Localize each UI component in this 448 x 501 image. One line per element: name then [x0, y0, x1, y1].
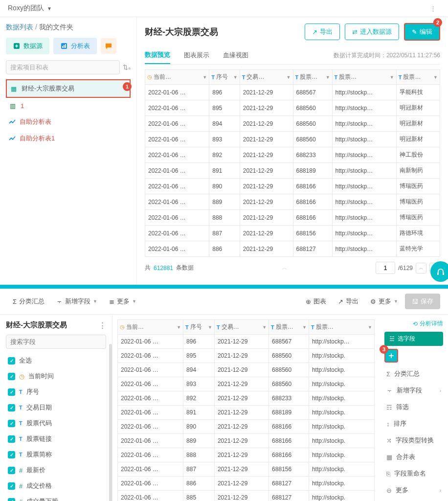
column-header[interactable]: T 交易…▼ [214, 320, 269, 335]
dropdown-icon[interactable]: ▼ [202, 75, 207, 80]
tree-item-sa1[interactable]: 自助分析表 [6, 114, 131, 130]
field-item[interactable]: ✓#成交量万股 [6, 494, 106, 501]
step-menu-item[interactable]: ☶筛选 [384, 399, 443, 415]
analysis-detail-link[interactable]: ⟲ 分析详情 [384, 319, 443, 328]
column-header[interactable]: T 序号▼ [183, 320, 215, 335]
dropdown-icon[interactable]: ▼ [433, 75, 438, 80]
step-menu-item[interactable]: ⊖更多› [384, 482, 443, 499]
tb-chart[interactable]: ⊕ 图表 [301, 294, 331, 309]
table-row[interactable]: 2022-01-06 …8932021-12-29688560http://st… [145, 132, 440, 147]
column-header[interactable]: ◷ 当前…▼ [145, 70, 209, 85]
column-header[interactable]: T 序号▼ [209, 70, 240, 85]
tree-item-sa2[interactable]: 自助分析表1 [6, 130, 131, 147]
select-all[interactable]: ✓ 全选 [6, 353, 106, 368]
table-row[interactable]: 2022-01-06 …8902021-12-29688166http://st… [145, 179, 440, 194]
edit-button[interactable]: 2 ✎ 编辑 [404, 23, 440, 41]
column-header[interactable]: T 股票…▼ [332, 70, 396, 85]
field-item[interactable]: ✓T股票简称 [6, 447, 106, 462]
table-row[interactable]: 2022-01-06 …8882021-12-29688166http://st… [118, 448, 375, 462]
tree-item-selected[interactable]: ▦ 财经-大宗股票交易 1 [6, 79, 131, 98]
column-header[interactable]: T 交易…▼ [240, 70, 293, 85]
table-row[interactable]: 2022-01-06 …8892021-12-29688166http://st… [118, 434, 375, 448]
tree-item-xls[interactable]: ▥ 1 [6, 98, 131, 114]
tab-preview[interactable]: 数据预览 [145, 46, 170, 64]
tab-chart[interactable]: 图表展示 [184, 47, 209, 64]
table-row[interactable]: 2022-01-06 …8922021-12-29688233http://st… [145, 147, 440, 163]
header-more-icon[interactable]: ⋮ [426, 5, 440, 12]
table-row[interactable]: 2022-01-06 …8952021-12-29688560http://st… [145, 100, 440, 116]
dropdown-icon[interactable]: ▼ [368, 325, 372, 330]
field-item[interactable]: ✓◷当前时间 [6, 368, 106, 384]
column-header[interactable]: T 股票…▼ [396, 70, 440, 85]
analysis-button[interactable]: 分析表 [53, 38, 97, 54]
step-menu-item[interactable]: ↕排序 [384, 415, 443, 432]
dropdown-icon[interactable]: ▼ [390, 75, 394, 80]
step-menu-item[interactable]: ▥分析表 [384, 499, 443, 501]
tb-more[interactable]: ≣ 更多 ▼ [104, 294, 141, 309]
dropdown-icon[interactable]: ▼ [233, 75, 238, 80]
dropdown-icon[interactable]: ▼ [262, 325, 267, 330]
table-row[interactable]: 2022-01-06 …8892021-12-29688166http://st… [145, 194, 440, 210]
tb-export[interactable]: ↗ 导出 [333, 294, 363, 309]
export-button[interactable]: ↗ 导出 [305, 23, 340, 40]
dropdown-icon[interactable]: ▼ [302, 325, 307, 330]
datasource-button[interactable]: 数据源 [6, 38, 49, 54]
collapse-icon[interactable]: ︿ [282, 264, 288, 272]
step-menu-item[interactable]: ⫟新增字段› [384, 382, 443, 399]
table-row[interactable]: 2022-01-06 …8882021-12-29688166http://st… [145, 210, 440, 226]
field-item[interactable]: ✓T股票代码 [6, 415, 106, 431]
page-prev[interactable]: ︿ [416, 263, 426, 273]
step-menu-item[interactable]: ⤭字段类型转换 [384, 432, 443, 449]
save-button[interactable]: 🖫 保存 [405, 294, 440, 309]
dropdown-icon[interactable]: ▼ [208, 325, 212, 330]
dropdown-icon[interactable]: ▼ [287, 75, 291, 80]
tb-newfield[interactable]: ⫟ 新增字段 ▼ [51, 294, 102, 309]
table-row[interactable]: 2022-01-06 …8852021-12-29688127http://st… [118, 491, 375, 501]
table-row[interactable]: 2022-01-06 …8862021-12-29688127http://st… [118, 477, 375, 491]
field-item[interactable]: ✓T序号 [6, 384, 106, 400]
table-row[interactable]: 2022-01-06 …8952021-12-29688560http://st… [118, 349, 375, 363]
table-row[interactable]: 2022-01-06 …8922021-12-29688233http://st… [118, 391, 375, 406]
table-row[interactable]: 2022-01-06 …8932021-12-29688560http://st… [118, 377, 375, 391]
table-row[interactable]: 2022-01-06 …8872021-12-29688156http://st… [118, 462, 375, 477]
table-row[interactable]: 2022-01-06 …8912021-12-29688189http://st… [118, 406, 375, 420]
table-row[interactable]: 2022-01-06 …8962021-12-29688567http://st… [118, 335, 375, 349]
table-row[interactable]: 2022-01-06 …8962021-12-29688567http://st… [145, 85, 440, 100]
enter-datasource-button[interactable]: ⇄ 进入数据源 [345, 23, 399, 40]
tb-more2[interactable]: ⚙ 更多 ▼ [365, 294, 403, 309]
search-input[interactable] [6, 60, 120, 74]
table-row[interactable]: 2022-01-06 …8902021-12-29688166http://st… [118, 420, 375, 434]
sort-icon[interactable]: ⇅ₐ [123, 64, 131, 71]
table-cell: 688233 [293, 147, 332, 163]
field-item[interactable]: ✓#成交价格 [6, 478, 106, 494]
column-header[interactable]: T 股票…▼ [309, 320, 374, 335]
add-step-button[interactable]: 3 + [384, 349, 398, 363]
select-fields-pill[interactable]: ☱ 选字段 [384, 332, 443, 346]
step-menu-item[interactable]: ⎘字段重命名 [384, 465, 443, 482]
field-item[interactable]: ✓#最新价 [6, 462, 106, 478]
scrollbar[interactable] [109, 344, 112, 501]
column-header[interactable]: T 股票…▼ [293, 70, 332, 85]
table-row[interactable]: 2022-01-06 …8942021-12-29688560http://st… [118, 363, 375, 377]
column-header[interactable]: T 股票…▼ [269, 320, 309, 335]
team-selector[interactable]: Roxy的团队 ▼ [8, 4, 52, 13]
tab-lineage[interactable]: 血缘视图 [223, 47, 248, 64]
column-header[interactable]: ◷ 当前…▼ [118, 320, 183, 335]
dropdown-icon[interactable]: ▼ [177, 325, 181, 330]
breadcrumb-root[interactable]: 数据列表 [6, 23, 33, 31]
chat-button[interactable] [101, 38, 116, 54]
page-input[interactable] [376, 262, 395, 274]
table-row[interactable]: 2022-01-06 …8912021-12-29688189http://st… [145, 163, 440, 179]
step-menu-item[interactable]: Σ分类汇总 [384, 365, 443, 382]
help-fab[interactable] [430, 261, 448, 282]
field-item[interactable]: ✓T股票链接 [6, 431, 106, 447]
table-row[interactable]: 2022-01-06 …8862021-12-29688127http://st… [145, 241, 440, 257]
more-icon[interactable]: ⋮ [99, 321, 106, 330]
table-row[interactable]: 2022-01-06 …8942021-12-29688560http://st… [145, 116, 440, 132]
step-menu-item[interactable]: ▦合并表 [384, 449, 443, 465]
field-search-input[interactable] [6, 335, 106, 349]
field-item[interactable]: ✓T交易日期 [6, 400, 106, 415]
table-row[interactable]: 2022-01-06 …8872021-12-29688156http://st… [145, 226, 440, 241]
dropdown-icon[interactable]: ▼ [326, 75, 330, 80]
tb-group[interactable]: Σ 分类汇总 [8, 294, 49, 309]
